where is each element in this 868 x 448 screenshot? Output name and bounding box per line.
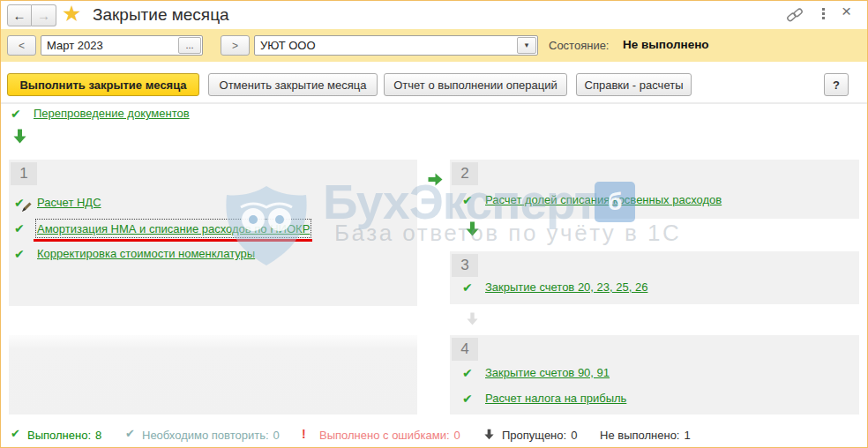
run-closing-button[interactable]: Выполнить закрытие месяца (7, 73, 199, 96)
group-3-number: 3 (452, 254, 478, 277)
operation-link-vat[interactable]: Расчет НДС (37, 196, 101, 209)
empty-panel (9, 335, 417, 414)
group-2-number: 2 (452, 162, 478, 185)
repeat-check-icon: ✔ (125, 428, 139, 440)
cancel-closing-button[interactable]: Отменить закрытие месяца (208, 73, 378, 96)
arrow-right-icon (428, 173, 443, 186)
next-period-button[interactable]: > (221, 35, 250, 56)
check-icon: ✔ (11, 108, 25, 120)
status-value: Не выполнено (623, 38, 709, 51)
status-not-done: Не выполнено:1 (600, 429, 691, 442)
get-link-icon[interactable] (786, 6, 804, 27)
back-button[interactable]: ← (7, 4, 32, 26)
organization-value: УЮТ ООО (260, 39, 316, 52)
group-1-number: 1 (11, 162, 37, 185)
operation-row: ✔ Закрытие счетов 90, 91 (462, 366, 610, 379)
period-ellipsis-button[interactable]: ... (178, 37, 201, 54)
organization-dropdown-button[interactable]: ▾ (517, 37, 536, 54)
status-errors: Выполнено с ошибками:0 (319, 429, 460, 442)
arrow-down-icon (466, 221, 479, 236)
period-field[interactable]: Март 2023 ... (41, 35, 203, 56)
group-3-panel (450, 251, 859, 304)
close-icon[interactable]: × (842, 2, 851, 21)
group-4-number: 4 (452, 338, 478, 361)
more-icon[interactable] (822, 8, 825, 19)
status-done: Выполнено:8 (27, 429, 101, 442)
operation-row: ✔ Закрытие счетов 20, 23, 25, 26 (462, 280, 647, 294)
check-icon: ✔ (14, 248, 28, 260)
period-value: Март 2023 (47, 39, 103, 52)
forward-button[interactable]: → (32, 4, 56, 26)
highlighted-operation: Амортизация НМА и списание расходов по Н… (37, 220, 310, 236)
arrow-down-icon-faint (467, 312, 478, 325)
toolbar-separator (0, 102, 868, 104)
operation-link-amortization[interactable]: Амортизация НМА и списание расходов по Н… (37, 222, 310, 235)
group-2-panel (450, 160, 859, 219)
operation-link-close-20-26[interactable]: Закрытие счетов 20, 23, 25, 26 (485, 280, 647, 294)
operation-link-close-90-91[interactable]: Закрытие счетов 90, 91 (485, 366, 610, 379)
operation-row: ✔ Расчет НДС (14, 196, 101, 209)
history-nav: ← → (7, 4, 56, 26)
operation-row: ✔ Амортизация НМА и списание расходов по… (14, 220, 310, 236)
operation-row: ✔ Корректировка стоимости номенклатуры (14, 247, 255, 260)
operation-link-nomenclature[interactable]: Корректировка стоимости номенклатуры (37, 247, 255, 260)
check-icon: ✔ (462, 281, 476, 294)
skipped-arrow-icon (484, 429, 494, 440)
status-repeat: Необходимо повторить:0 (142, 429, 280, 442)
operation-row: ✔ Расчет долей списания косвенных расход… (462, 193, 722, 206)
page-title: Закрытие месяца (93, 5, 229, 25)
period-bar: < Март 2023 ... > УЮТ ООО ▾ Состояние: Н… (0, 29, 868, 62)
help-button[interactable]: ? (824, 73, 849, 96)
status-label: Состояние: (549, 39, 609, 52)
reposting-link[interactable]: Перепроведение документов (34, 107, 190, 120)
check-icon: ✔ (462, 367, 476, 379)
favorite-star-icon[interactable]: ★ (62, 1, 81, 26)
check-icon: ✔ (462, 194, 476, 206)
chevron-down-icon: ▾ (525, 41, 529, 49)
operation-row: ✔ Расчет налога на прибыль (462, 392, 626, 405)
organization-select[interactable]: УЮТ ООО ▾ (254, 35, 538, 56)
status-skipped: Пропущено:0 (502, 429, 577, 442)
forward-icon: → (37, 8, 50, 23)
operation-link-income-tax[interactable]: Расчет налога на прибыль (485, 392, 626, 405)
check-pencil-icon: ✔ (14, 197, 28, 209)
check-icon: ✔ (462, 392, 476, 405)
month-closing-window: ← → ★ Закрытие месяца × < Март 2023 ... … (0, 0, 868, 448)
operation-link-indirect-costs[interactable]: Расчет долей списания косвенных расходов (485, 193, 722, 206)
title-bar: ← → ★ Закрытие месяца × (0, 0, 868, 29)
check-icon: ✔ (11, 428, 25, 440)
operations-report-button[interactable]: Отчет о выполнении операций (384, 73, 567, 96)
arrow-down-icon (13, 129, 26, 144)
error-exclamation-icon: ! (302, 427, 306, 441)
back-icon: ← (13, 8, 26, 23)
prev-period-button[interactable]: < (7, 35, 36, 56)
references-calculations-button[interactable]: Справки - расчеты (576, 73, 692, 96)
check-icon: ✔ (14, 222, 28, 235)
reposting-row: ✔ Перепроведение документов (11, 107, 190, 120)
